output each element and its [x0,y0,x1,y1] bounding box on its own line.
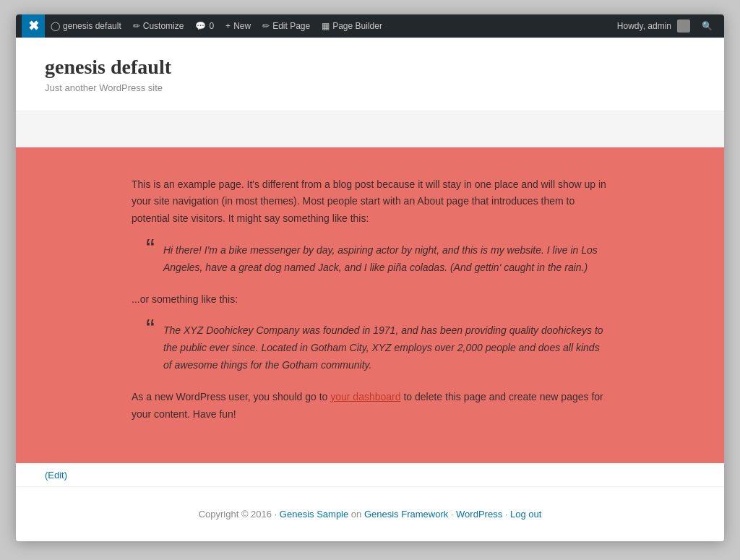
search-button[interactable]: 🔍 [696,14,718,38]
howdy-menu[interactable]: Howdy, admin [611,14,696,38]
customize-button[interactable]: ✏ Customize [127,14,190,38]
new-label: New [233,21,251,31]
grid-icon: ▦ [322,21,330,31]
nav-area [16,111,724,147]
customize-label: Customize [143,21,184,31]
blockquote-1: Hi there! I'm a bike messenger by day, a… [146,242,608,277]
dashboard-link[interactable]: your dashboard [330,391,400,402]
genesis-framework-link[interactable]: Genesis Framework [364,509,448,520]
pencil-icon: ✏ [262,21,270,31]
site-name-label: genesis default [63,21,121,31]
browser-window: ✖ ◯ genesis default ✏ Customize 💬 0 + Ne… [16,14,724,541]
comments-icon: 💬 [195,21,206,31]
blockquote-2: The XYZ Doohickey Company was founded in… [146,322,608,374]
brush-icon: ✏ [133,21,140,31]
page-builder-button[interactable]: ▦ Page Builder [316,14,388,38]
footer-sep1: · [448,509,456,520]
wp-logo-button[interactable]: ✖ [22,14,45,38]
comments-button[interactable]: 💬 0 [189,14,220,38]
site-footer: Copyright © 2016 · Genesis Sample on Gen… [16,487,724,541]
logout-link[interactable]: Log out [510,509,541,520]
edit-page-button[interactable]: ✏ Edit Page [257,14,316,38]
avatar [677,20,690,33]
intro-paragraph: This is an example page. It's different … [132,176,608,228]
search-icon: 🔍 [702,21,713,31]
howdy-text: Howdy, admin [617,21,671,31]
closing-paragraph: As a new WordPress user, you should go t… [132,389,608,423]
edit-link[interactable]: (Edit) [45,470,67,481]
footer-copyright: Copyright © 2016 · [199,509,280,520]
site-tagline: Just another WordPress site [45,82,695,93]
wordpress-link[interactable]: WordPress [456,509,502,520]
footer-sep2: · [502,509,510,520]
quote-1-text: Hi there! I'm a bike messenger by day, a… [163,242,608,277]
new-content-button[interactable]: + New [220,14,257,38]
transition-text: ...or something like this: [132,291,608,309]
edit-link-area: (Edit) [16,463,724,487]
footer-on: on [348,509,364,520]
page-builder-label: Page Builder [332,21,382,31]
site-title: genesis default [45,55,695,79]
wordpress-icon: ✖ [28,18,39,34]
admin-bar: ✖ ◯ genesis default ✏ Customize 💬 0 + Ne… [16,14,724,38]
edit-page-label: Edit Page [272,21,310,31]
closing-text-before: As a new WordPress user, you should go t… [132,391,330,402]
site-icon: ◯ [51,21,60,31]
main-content: This is an example page. It's different … [16,147,724,464]
genesis-sample-link[interactable]: Genesis Sample [280,509,348,520]
admin-bar-right: Howdy, admin 🔍 [611,14,718,38]
site-name-button[interactable]: ◯ genesis default [45,14,127,38]
plus-icon: + [225,21,231,31]
site-header: genesis default Just another WordPress s… [16,38,724,111]
comments-count: 0 [209,21,214,31]
quote-2-text: The XYZ Doohickey Company was founded in… [163,322,608,374]
